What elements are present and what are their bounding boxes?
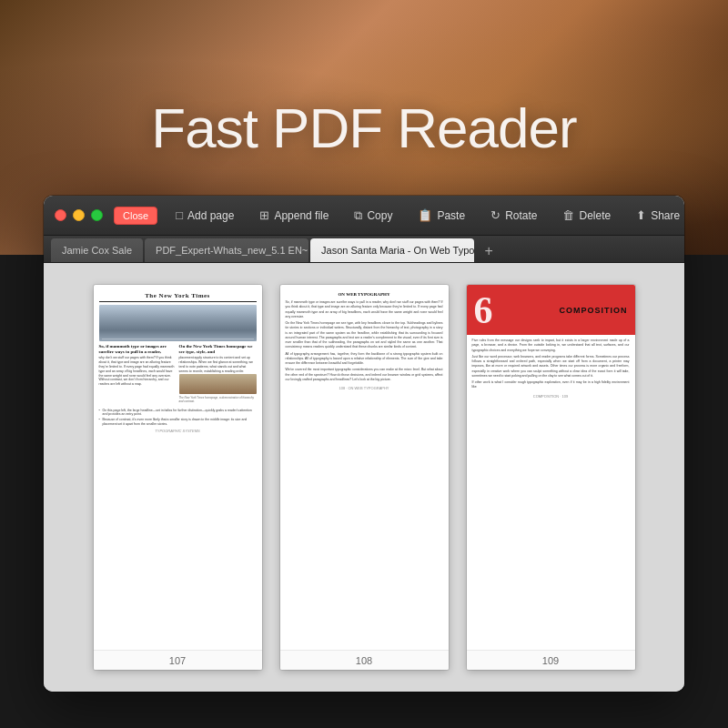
copy-icon: ⧉	[354, 208, 362, 223]
p109-footer-label: COMPOSITION · 109	[472, 394, 630, 399]
p109-text-2: Just like our word processor, web browse…	[472, 355, 630, 379]
p108-footer-label: 108 · ON WEB TYPOGRAPHY	[286, 386, 443, 390]
page-108-footer: 108	[280, 650, 449, 670]
rotate-button[interactable]: ↻ Rotate	[483, 203, 544, 228]
copy-button[interactable]: ⧉ Copy	[347, 203, 399, 228]
delete-icon: 🗑	[562, 208, 574, 222]
p107-bullets: On this page left, the large headline—se…	[99, 409, 257, 427]
page-109-content: 6 COMPOSITION Five rules from the messag…	[467, 285, 635, 650]
p107-col1-title: So, if mammoth type or images are surefi…	[99, 344, 177, 355]
share-icon: ⬆	[636, 208, 646, 222]
p109-chapter-number: 6	[474, 291, 493, 329]
p107-footer-text: TYPOGRAPHIC SYSTEMS	[99, 429, 257, 433]
p108-text-1: So, if mammoth type or images are surefi…	[286, 300, 443, 319]
p107-main-image	[99, 305, 257, 341]
p108-text-4: We've covered the most important typogra…	[286, 368, 443, 382]
app-window: Close □ Add page ⊞ Append file ⧉ Copy 📋 …	[44, 196, 684, 692]
rotate-icon: ↻	[490, 208, 500, 222]
page-108-content: ON WEB TYPOGRAPHY So, if mammoth type or…	[280, 285, 449, 650]
p108-text-2: On the New York Times homepage we see ty…	[286, 321, 443, 350]
delete-button[interactable]: 🗑 Delete	[555, 203, 618, 228]
page-107-footer: 107	[94, 650, 262, 670]
p107-col1-text: why don't we stuff our pages with them? …	[99, 356, 177, 387]
add-page-button[interactable]: □ Add page	[168, 203, 241, 228]
page-107-content: The New York Times So, if mammoth type o…	[94, 285, 262, 650]
toolbar: Close □ Add page ⊞ Append file ⧉ Copy 📋 …	[44, 196, 684, 236]
content-area: The New York Times So, if mammoth type o…	[44, 263, 684, 692]
p107-col2: On the New York Times homepage we see ty…	[179, 344, 257, 406]
p107-caption: The New York Times homepage, a demonstra…	[179, 396, 257, 403]
close-button[interactable]: Close	[114, 207, 157, 225]
page-109-thumbnail[interactable]: 6 COMPOSITION Five rules from the messag…	[467, 285, 635, 670]
page-107-thumbnail[interactable]: The New York Times So, if mammoth type o…	[94, 285, 262, 670]
p107-header: The New York Times	[99, 292, 257, 302]
share-button[interactable]: ⬆ Share	[629, 203, 684, 228]
maximize-traffic-light[interactable]	[91, 209, 103, 221]
tab-pdf-expert[interactable]: PDF_Expert-Whats_new_5.1 EN~ipad ✕	[145, 238, 308, 262]
add-page-icon: □	[176, 208, 183, 222]
page-108-thumbnail[interactable]: ON WEB TYPOGRAPHY So, if mammoth type or…	[280, 285, 449, 670]
paste-button[interactable]: 📋 Paste	[410, 203, 472, 228]
tab-jason-santa-maria[interactable]: Jason Santa Maria - On Web Typogra... ✕	[310, 238, 474, 262]
p107-col2-text: placement apply structure to its content…	[179, 356, 257, 374]
traffic-lights	[55, 209, 103, 221]
append-file-button[interactable]: ⊞ Append file	[252, 203, 336, 228]
minimize-traffic-light[interactable]	[73, 209, 85, 221]
app-title: Fast PDF Reader	[0, 96, 728, 160]
p109-chapter-label: COMPOSITION	[559, 306, 627, 315]
p109-red-block: 6 COMPOSITION	[467, 285, 635, 335]
p108-title: ON WEB TYPOGRAPHY	[286, 292, 443, 297]
p107-bullet-2: Because of contrast, it's even more like…	[99, 418, 257, 426]
p107-small-image	[179, 374, 257, 394]
paste-icon: 📋	[418, 208, 432, 222]
page-109-footer: 109	[467, 650, 635, 670]
p109-text-3: If other work is what I consider rough t…	[472, 380, 630, 390]
p109-text-1: Five rules from the message our designs …	[472, 339, 630, 353]
tab-add-button[interactable]: +	[478, 240, 500, 262]
close-traffic-light[interactable]	[55, 209, 66, 221]
tabs-bar: Jamie Cox Sale PDF_Expert-Whats_new_5.1 …	[44, 236, 684, 263]
append-file-icon: ⊞	[259, 208, 269, 222]
p107-bullet-1: On this page left, the large headline—se…	[99, 409, 257, 417]
tab-jamie-cox[interactable]: Jamie Cox Sale	[51, 238, 143, 262]
p108-text-3: All of typography arrangement has, toget…	[286, 352, 443, 367]
p107-col2-title: On the New York Times homepage we see ty…	[179, 344, 257, 355]
p107-columns: So, if mammoth type or images are surefi…	[99, 344, 257, 406]
p107-col1: So, if mammoth type or images are surefi…	[99, 344, 177, 406]
